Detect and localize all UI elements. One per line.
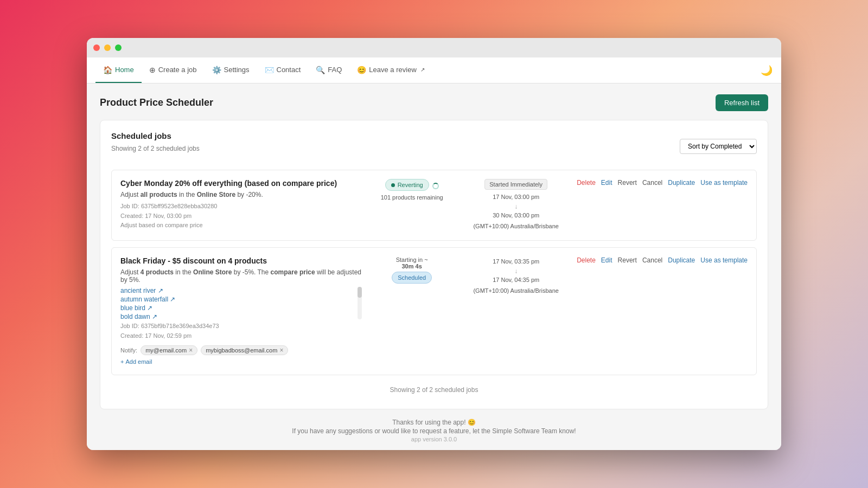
home-icon: 🏠 — [103, 66, 112, 74]
app-window: 🏠 Home ⊕ Create a job ⚙️ Settings ✉️ Con… — [87, 38, 781, 450]
email-2-remove-button[interactable]: × — [279, 347, 283, 354]
external-link-icon: ↗ — [420, 67, 425, 73]
product-link-3[interactable]: blue bird ↗ — [120, 304, 353, 312]
job-1-title: Cyber Monday 20% off everything (based o… — [120, 179, 362, 188]
contact-icon: ✉️ — [265, 66, 274, 74]
job-1-id: Job ID: 6375bff9523e828ebba30280 — [120, 202, 362, 211]
nav-review[interactable]: 😊 Leave a review ↗ — [349, 57, 432, 83]
job-2-created: Created: 17 Nov, 02:59 pm — [120, 331, 362, 341]
job-row-2: Black Friday - $5 discount on 4 products… — [111, 247, 757, 375]
product-list: ancient river ↗ autumn waterfall ↗ blue … — [120, 287, 353, 322]
job-1-info: Cyber Monday 20% off everything (based o… — [120, 179, 362, 230]
job-1-edit-button[interactable]: Edit — [601, 179, 612, 187]
email-1-text: my@email.com — [145, 347, 187, 354]
refresh-button[interactable]: Refresh list — [716, 94, 768, 111]
job-row-2-header: Black Friday - $5 discount on 4 products… — [120, 256, 748, 365]
nav-faq[interactable]: 🔍 FAQ — [308, 57, 349, 83]
job-1-cancel-button[interactable]: Cancel — [642, 179, 662, 187]
scrollbar-track[interactable] — [358, 287, 362, 319]
job-2-title: Black Friday - $5 discount on 4 products — [120, 256, 362, 265]
job-1-status: Reverting 101 products remaining — [368, 179, 455, 201]
thanks-text: Thanks for using the app! 😊 — [93, 419, 775, 426]
add-email-label: Add email — [125, 358, 152, 365]
job-2-compare: compare price — [271, 268, 315, 276]
job-1-actions: Delete Edit Revert Cancel Duplicate Use … — [577, 179, 748, 187]
job-1-delete-button[interactable]: Delete — [577, 179, 596, 187]
job-1-meta: Job ID: 6375bff9523e828ebba30280 Created… — [120, 202, 362, 230]
reverting-badge: Reverting — [385, 179, 429, 191]
settings-icon: ⚙️ — [212, 66, 221, 74]
close-button[interactable] — [93, 44, 100, 51]
job-2-meta: Job ID: 6375bf9b718e369ea3d34e73 Created… — [120, 322, 362, 341]
sort-bar: Scheduled jobs Showing 2 of 2 scheduled … — [111, 131, 757, 161]
product-link-1[interactable]: ancient river ↗ — [120, 287, 353, 294]
job-2-info: Black Friday - $5 discount on 4 products… — [120, 256, 362, 365]
job-2-target: 4 products — [141, 268, 174, 276]
nav-home[interactable]: 🏠 Home — [95, 57, 142, 83]
notify-label: Notify: — [120, 347, 137, 354]
arrow-down-icon-2: ↓ — [514, 267, 518, 275]
job-1-schedule: Started Immediately 17 Nov, 03:00 pm ↓ 3… — [462, 179, 570, 232]
main-content: Product Price Scheduler Refresh list Sch… — [87, 84, 781, 412]
card-title: Scheduled jobs — [111, 131, 200, 140]
job-2-date-from: 17 Nov, 03:35 pm — [493, 256, 539, 267]
job-2-desc: Adjust 4 products in the Online Store by… — [120, 268, 362, 284]
status-dot — [391, 183, 395, 187]
job-1-timezone: (GMT+10:00) Australia/Brisbane — [473, 221, 558, 232]
nav-contact[interactable]: ✉️ Contact — [257, 57, 309, 83]
nav-settings-label: Settings — [224, 66, 250, 74]
email-1-remove-button[interactable]: × — [189, 347, 193, 354]
scheduled-badge: Scheduled — [392, 272, 432, 284]
job-1-store: Online Store — [197, 191, 235, 198]
page-header: Product Price Scheduler Refresh list — [100, 94, 768, 111]
job-1-template-button[interactable]: Use as template — [700, 179, 748, 187]
minimize-button[interactable] — [104, 44, 111, 51]
product-link-2[interactable]: autumn waterfall ↗ — [120, 296, 353, 303]
review-icon: 😊 — [357, 66, 366, 74]
version-text: app version 3.0.0 — [93, 436, 775, 442]
nav-create[interactable]: ⊕ Create a job — [142, 57, 205, 83]
job-2-date-to: 17 Nov, 04:35 pm — [493, 275, 539, 286]
suggestion-text: If you have any suggestions or would lik… — [93, 427, 775, 435]
job-1-note: Adjust based on compare price — [120, 221, 362, 230]
scrollbar-thumb — [358, 287, 362, 298]
plus-icon: + — [120, 358, 124, 365]
notify-row: Notify: my@email.com × mybigbadboss@emai… — [120, 345, 362, 355]
job-1-revert-button[interactable]: Revert — [618, 179, 637, 187]
job-2-delete-button[interactable]: Delete — [577, 256, 596, 264]
nav-settings[interactable]: ⚙️ Settings — [205, 57, 257, 83]
titlebar — [87, 38, 781, 57]
add-email-button[interactable]: + Add email — [120, 358, 152, 365]
job-1-target: all products — [141, 191, 177, 198]
job-1-date-to: 30 Nov, 03:00 pm — [493, 210, 539, 221]
email-2-text: mybigbadboss@email.com — [206, 347, 277, 354]
job-2-duplicate-button[interactable]: Duplicate — [668, 256, 695, 264]
loading-spinner — [432, 183, 439, 189]
job-2-cancel-button[interactable]: Cancel — [642, 256, 662, 264]
job-2-revert-button[interactable]: Revert — [618, 256, 637, 264]
sort-select[interactable]: Sort by Completed — [680, 139, 757, 154]
job-1-desc: Adjust all products in the Online Store … — [120, 191, 362, 198]
job-2-timezone: (GMT+10:00) Australia/Brisbane — [473, 286, 558, 297]
faq-icon: 🔍 — [316, 66, 325, 74]
nav-faq-label: FAQ — [328, 66, 342, 74]
theme-toggle-icon[interactable]: 🌙 — [761, 65, 773, 76]
job-2-template-button[interactable]: Use as template — [700, 256, 748, 264]
nav-home-label: Home — [115, 66, 134, 74]
product-link-4[interactable]: bold dawn ↗ — [120, 313, 353, 320]
maximize-button[interactable] — [115, 44, 122, 51]
job-2-store: Online Store — [193, 268, 232, 276]
job-2-edit-button[interactable]: Edit — [601, 256, 612, 264]
reverting-label: Reverting — [398, 182, 423, 188]
schedule-badge: Started Immediately — [484, 179, 547, 190]
starting-in-label: Starting in ~ 30m 4s — [396, 256, 428, 269]
create-icon: ⊕ — [149, 66, 156, 74]
navbar: 🏠 Home ⊕ Create a job ⚙️ Settings ✉️ Con… — [87, 57, 781, 84]
job-row-1: Cyber Monday 20% off everything (based o… — [111, 170, 757, 241]
bottom-footer: Thanks for using the app! 😊 If you have … — [87, 412, 781, 450]
job-1-duplicate-button[interactable]: Duplicate — [668, 179, 695, 187]
job-2-status: Starting in ~ 30m 4s Scheduled — [368, 256, 455, 286]
scheduled-jobs-card: Scheduled jobs Showing 2 of 2 scheduled … — [100, 120, 768, 409]
card-subtitle: Showing 2 of 2 scheduled jobs — [111, 145, 200, 152]
nav-create-label: Create a job — [158, 66, 197, 74]
